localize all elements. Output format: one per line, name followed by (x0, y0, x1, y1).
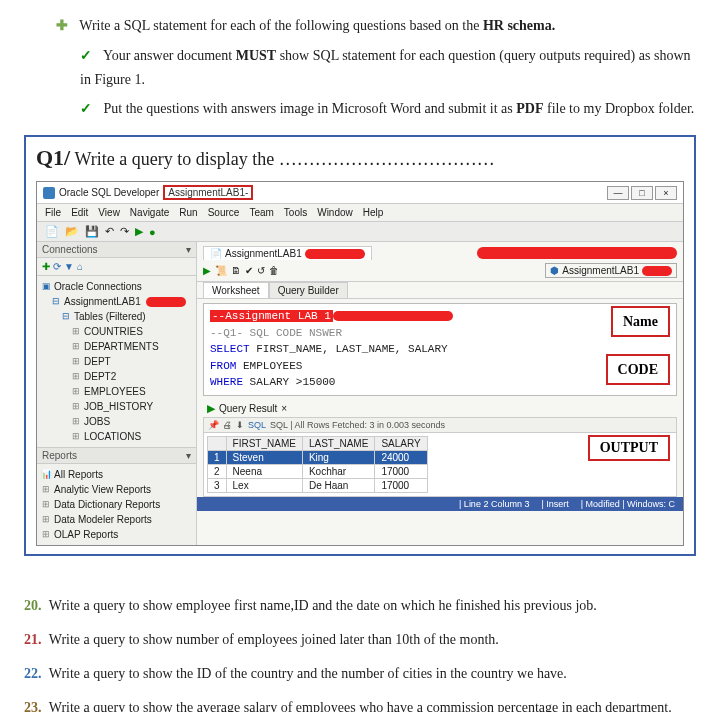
output-annotation: OUTPUT (588, 435, 670, 461)
q1-heading: Q1/ Write a query to display the …………………… (36, 145, 684, 171)
left-pane: Connections ▾ ✚ ⟳ ▼ ⌂ ▣Oracle Connection… (37, 242, 197, 545)
sql-file-icon: 📄 (210, 248, 222, 259)
new-icon[interactable]: 📄 (45, 225, 59, 238)
refresh-icon[interactable]: ⟳ (53, 261, 61, 272)
run-arrow-icon: ▶ (207, 402, 215, 415)
check-icon: ✓ (80, 101, 92, 116)
report-item[interactable]: Analytic View Reports (54, 482, 151, 497)
col-header[interactable]: SALARY (375, 436, 427, 450)
question-22: 22. Write a query to show the ID of the … (24, 662, 696, 686)
status-modified: | Modified | Windows: C (581, 499, 675, 509)
close-button[interactable]: × (655, 186, 677, 200)
debug-icon[interactable]: ● (149, 226, 156, 238)
menu-item[interactable]: Team (249, 207, 273, 218)
connection-tree: ▣Oracle Connections ⊟AssignmentLAB1 ⊟Tab… (37, 276, 196, 447)
table-row[interactable]: 1StevenKing24000 (208, 450, 428, 464)
fetch-status: SQL | All Rows Fetched: 3 in 0.003 secon… (270, 420, 445, 430)
col-header[interactable]: LAST_NAME (302, 436, 374, 450)
window-title-highlight: AssignmentLAB1- (163, 185, 253, 200)
sql-text-icon: SQL (248, 420, 266, 430)
print-icon[interactable]: 🖨 (223, 420, 232, 430)
tree-table[interactable]: COUNTRIES (84, 324, 143, 339)
reports-header: Reports ▾ (37, 448, 196, 464)
intro-1-text: Write a SQL statement for each of the fo… (79, 18, 483, 33)
question-23: 23. Write a query to show the average sa… (24, 696, 696, 712)
table-row[interactable]: 3LexDe Haan17000 (208, 478, 428, 492)
tree-connection[interactable]: AssignmentLAB1 (64, 294, 141, 309)
run-icon[interactable]: ▶ (135, 225, 143, 238)
statusbar: | Line 2 Column 3 | Insert | Modified | … (197, 497, 683, 511)
status-mode: | Insert (541, 499, 568, 509)
intro-1-bold: HR schema. (483, 18, 555, 33)
status-cursor: | Line 2 Column 3 (459, 499, 529, 509)
save-icon[interactable]: 💾 (85, 225, 99, 238)
plus-icon: ✚ (56, 18, 68, 33)
menu-item[interactable]: View (98, 207, 120, 218)
redo-icon[interactable]: ↷ (120, 225, 129, 238)
app-icon (43, 187, 55, 199)
menu-item[interactable]: Source (208, 207, 240, 218)
close-tab-icon[interactable]: × (281, 403, 287, 414)
menu-item[interactable]: Run (179, 207, 197, 218)
window-title: Oracle SQL Developer (59, 187, 159, 198)
pane-menu-icon[interactable]: ▾ (186, 244, 191, 255)
query-result-tab[interactable]: ▶ Query Result × (203, 400, 677, 417)
db-icon[interactable]: ⌂ (77, 261, 83, 272)
report-item[interactable]: Data Dictionary Reports (54, 497, 160, 512)
tree-table[interactable]: DEPT2 (84, 369, 116, 384)
undo-icon[interactable]: ↶ (105, 225, 114, 238)
check-icon: ✓ (80, 48, 92, 63)
pane-menu-icon[interactable]: ▾ (186, 450, 191, 461)
sql-editor[interactable]: Name CODE --Assignment LAB 1 --Q1- SQL C… (203, 303, 677, 396)
explain-plan-icon[interactable]: 🗎 (231, 265, 241, 276)
menu-item[interactable]: Navigate (130, 207, 169, 218)
tree-root[interactable]: Oracle Connections (54, 279, 142, 294)
run-statement-icon[interactable]: ▶ (203, 265, 211, 276)
col-header[interactable]: FIRST_NAME (226, 436, 302, 450)
tree-tables[interactable]: Tables (Filtered) (74, 309, 146, 324)
maximize-button[interactable]: □ (631, 186, 653, 200)
filter-icon[interactable]: ▼ (64, 261, 74, 272)
main-toolbar: 📄 📂 💾 ↶ ↷ ▶ ● (37, 222, 683, 242)
export-icon[interactable]: ⬇ (236, 420, 244, 430)
tree-table[interactable]: EMPLOYEES (84, 384, 146, 399)
connection-dropdown[interactable]: ⬢AssignmentLAB1 (545, 263, 677, 278)
tree-table[interactable]: JOBS (84, 414, 110, 429)
menu-item[interactable]: Window (317, 207, 353, 218)
tree-table[interactable]: DEPARTMENTS (84, 339, 159, 354)
connections-header: Connections ▾ (37, 242, 196, 258)
rollback-icon[interactable]: ↺ (257, 265, 265, 276)
menu-item[interactable]: Tools (284, 207, 307, 218)
tree-table[interactable]: DEPT (84, 354, 111, 369)
question-20: 20. Write a query to show employee first… (24, 594, 696, 618)
worksheet-tab[interactable]: Worksheet (203, 282, 269, 298)
query-builder-tab[interactable]: Query Builder (269, 282, 348, 298)
redaction-strip (477, 247, 677, 259)
menu-item[interactable]: Help (363, 207, 384, 218)
run-script-icon[interactable]: 📜 (215, 265, 227, 276)
intro-line-3: ✓ Put the questions with answers image i… (80, 97, 696, 121)
tree-table[interactable]: LOCATIONS (84, 429, 141, 444)
commit-icon[interactable]: ✔ (245, 265, 253, 276)
report-item[interactable]: OLAP Reports (54, 527, 118, 542)
editor-pane: 📄 AssignmentLAB1 ▶ 📜 🗎 ✔ ↺ 🗑 (197, 242, 683, 545)
figure-1-box: Q1/ Write a query to display the …………………… (24, 135, 696, 556)
report-item[interactable]: All Reports (54, 467, 103, 482)
minimize-button[interactable]: — (607, 186, 629, 200)
pin-icon[interactable]: 📌 (208, 420, 219, 430)
report-item[interactable]: Data Modeler Reports (54, 512, 152, 527)
add-connection-icon[interactable]: ✚ (42, 261, 50, 272)
tree-table[interactable]: JOB_HISTORY (84, 399, 153, 414)
name-annotation: Name (611, 306, 670, 337)
editor-tab[interactable]: 📄 AssignmentLAB1 (203, 246, 372, 260)
menu-item[interactable]: File (45, 207, 61, 218)
clear-icon[interactable]: 🗑 (269, 265, 279, 276)
question-21: 21. Write a query to show number of empl… (24, 628, 696, 652)
table-row[interactable]: 2NeenaKochhar17000 (208, 464, 428, 478)
result-table: FIRST_NAME LAST_NAME SALARY 1StevenKing2… (207, 436, 428, 493)
open-icon[interactable]: 📂 (65, 225, 79, 238)
intro-line-2: ✓ Your answer document MUST show SQL sta… (80, 44, 696, 92)
menu-item[interactable]: Edit (71, 207, 88, 218)
titlebar: Oracle SQL Developer AssignmentLAB1- — □… (37, 182, 683, 204)
sql-developer-window: Oracle SQL Developer AssignmentLAB1- — □… (36, 181, 684, 546)
